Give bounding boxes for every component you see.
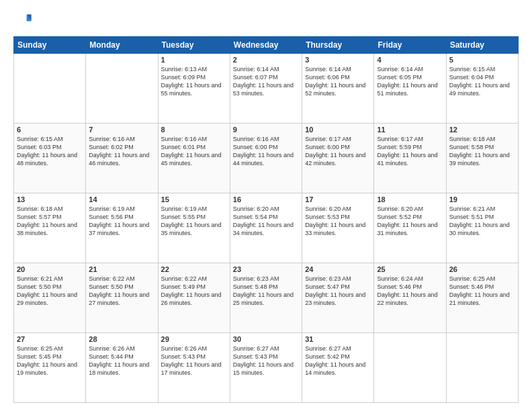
calendar-cell: 17Sunrise: 6:20 AM Sunset: 5:53 PM Dayli… [302, 193, 374, 263]
calendar-cell: 31Sunrise: 6:27 AM Sunset: 5:42 PM Dayli… [302, 333, 374, 403]
calendar-cell: 14Sunrise: 6:19 AM Sunset: 5:56 PM Dayli… [86, 193, 158, 263]
day-number: 27 [17, 335, 83, 343]
day-info: Sunrise: 6:26 AM Sunset: 5:44 PM Dayligh… [89, 345, 154, 377]
day-info: Sunrise: 6:23 AM Sunset: 5:47 PM Dayligh… [305, 275, 371, 308]
calendar: SundayMondayTuesdayWednesdayThursdayFrid… [13, 36, 519, 403]
day-number: 6 [17, 126, 83, 134]
day-info: Sunrise: 6:15 AM Sunset: 6:03 PM Dayligh… [17, 135, 83, 168]
calendar-cell: 23Sunrise: 6:23 AM Sunset: 5:48 PM Dayli… [230, 263, 302, 333]
day-info: Sunrise: 6:19 AM Sunset: 5:56 PM Dayligh… [89, 205, 154, 238]
day-info: Sunrise: 6:15 AM Sunset: 6:04 PM Dayligh… [449, 65, 515, 98]
calendar-cell: 29Sunrise: 6:26 AM Sunset: 5:43 PM Dayli… [158, 333, 230, 403]
weekday-header-monday: Monday [86, 37, 158, 54]
calendar-cell: 25Sunrise: 6:24 AM Sunset: 5:46 PM Dayli… [374, 263, 446, 333]
calendar-cell: 26Sunrise: 6:25 AM Sunset: 5:46 PM Dayli… [446, 263, 518, 333]
day-info: Sunrise: 6:22 AM Sunset: 5:49 PM Dayligh… [161, 275, 227, 308]
day-number: 31 [305, 335, 371, 343]
calendar-cell: 27Sunrise: 6:25 AM Sunset: 5:45 PM Dayli… [14, 333, 86, 403]
calendar-cell: 1Sunrise: 6:13 AM Sunset: 6:09 PM Daylig… [158, 54, 230, 124]
day-number: 4 [377, 56, 443, 64]
day-info: Sunrise: 6:14 AM Sunset: 6:07 PM Dayligh… [233, 65, 299, 98]
weekday-header-thursday: Thursday [302, 37, 374, 54]
page: SundayMondayTuesdayWednesdayThursdayFrid… [0, 0, 532, 411]
day-number: 9 [233, 126, 299, 134]
calendar-cell: 7Sunrise: 6:16 AM Sunset: 6:02 PM Daylig… [86, 124, 158, 193]
day-number: 8 [161, 126, 227, 134]
day-number: 28 [89, 335, 154, 343]
day-number: 3 [305, 56, 371, 64]
day-info: Sunrise: 6:20 AM Sunset: 5:54 PM Dayligh… [233, 205, 299, 238]
day-info: Sunrise: 6:14 AM Sunset: 6:06 PM Dayligh… [305, 65, 371, 98]
day-number: 25 [377, 265, 443, 273]
day-number: 16 [233, 195, 299, 203]
weekday-header-row: SundayMondayTuesdayWednesdayThursdayFrid… [14, 37, 519, 54]
header [13, 11, 519, 30]
day-info: Sunrise: 6:17 AM Sunset: 5:59 PM Dayligh… [377, 135, 443, 168]
calendar-cell: 5Sunrise: 6:15 AM Sunset: 6:04 PM Daylig… [446, 54, 518, 124]
calendar-cell: 28Sunrise: 6:26 AM Sunset: 5:44 PM Dayli… [86, 333, 158, 403]
day-number: 17 [305, 195, 371, 203]
day-number: 26 [449, 265, 515, 273]
day-info: Sunrise: 6:27 AM Sunset: 5:42 PM Dayligh… [305, 345, 371, 377]
day-number: 23 [233, 265, 299, 273]
day-info: Sunrise: 6:21 AM Sunset: 5:51 PM Dayligh… [449, 205, 515, 238]
calendar-cell: 11Sunrise: 6:17 AM Sunset: 5:59 PM Dayli… [374, 124, 446, 193]
day-info: Sunrise: 6:27 AM Sunset: 5:43 PM Dayligh… [233, 345, 299, 377]
day-number: 20 [17, 265, 83, 273]
calendar-cell: 4Sunrise: 6:14 AM Sunset: 6:05 PM Daylig… [374, 54, 446, 124]
day-number: 12 [449, 126, 515, 134]
day-number: 15 [161, 195, 227, 203]
day-number: 30 [233, 335, 299, 343]
logo [13, 11, 35, 30]
weekday-header-tuesday: Tuesday [158, 37, 230, 54]
day-number: 11 [377, 126, 443, 134]
calendar-cell [374, 333, 446, 403]
weekday-header-sunday: Sunday [14, 37, 86, 54]
calendar-cell: 10Sunrise: 6:17 AM Sunset: 6:00 PM Dayli… [302, 124, 374, 193]
day-info: Sunrise: 6:26 AM Sunset: 5:43 PM Dayligh… [161, 345, 227, 377]
week-row-1: 6Sunrise: 6:15 AM Sunset: 6:03 PM Daylig… [14, 124, 519, 193]
weekday-header-friday: Friday [374, 37, 446, 54]
day-info: Sunrise: 6:14 AM Sunset: 6:05 PM Dayligh… [377, 65, 443, 98]
day-info: Sunrise: 6:25 AM Sunset: 5:46 PM Dayligh… [449, 275, 515, 308]
day-info: Sunrise: 6:22 AM Sunset: 5:50 PM Dayligh… [89, 275, 154, 308]
calendar-cell: 18Sunrise: 6:20 AM Sunset: 5:52 PM Dayli… [374, 193, 446, 263]
calendar-cell: 21Sunrise: 6:22 AM Sunset: 5:50 PM Dayli… [86, 263, 158, 333]
day-info: Sunrise: 6:17 AM Sunset: 6:00 PM Dayligh… [305, 135, 371, 168]
day-number: 13 [17, 195, 83, 203]
day-number: 29 [161, 335, 227, 343]
calendar-cell: 19Sunrise: 6:21 AM Sunset: 5:51 PM Dayli… [446, 193, 518, 263]
day-number: 24 [305, 265, 371, 273]
calendar-cell [86, 54, 158, 124]
day-info: Sunrise: 6:23 AM Sunset: 5:48 PM Dayligh… [233, 275, 299, 308]
day-number: 21 [89, 265, 154, 273]
calendar-cell [14, 54, 86, 124]
calendar-cell: 15Sunrise: 6:19 AM Sunset: 5:55 PM Dayli… [158, 193, 230, 263]
day-number: 1 [161, 56, 227, 64]
calendar-cell: 3Sunrise: 6:14 AM Sunset: 6:06 PM Daylig… [302, 54, 374, 124]
day-number: 18 [377, 195, 443, 203]
day-number: 2 [233, 56, 299, 64]
calendar-cell: 20Sunrise: 6:21 AM Sunset: 5:50 PM Dayli… [14, 263, 86, 333]
day-info: Sunrise: 6:21 AM Sunset: 5:50 PM Dayligh… [17, 275, 83, 308]
week-row-0: 1Sunrise: 6:13 AM Sunset: 6:09 PM Daylig… [14, 54, 519, 124]
day-number: 22 [161, 265, 227, 273]
calendar-cell: 22Sunrise: 6:22 AM Sunset: 5:49 PM Dayli… [158, 263, 230, 333]
day-number: 10 [305, 126, 371, 134]
day-info: Sunrise: 6:20 AM Sunset: 5:53 PM Dayligh… [305, 205, 371, 238]
day-info: Sunrise: 6:18 AM Sunset: 5:57 PM Dayligh… [17, 205, 83, 238]
day-info: Sunrise: 6:20 AM Sunset: 5:52 PM Dayligh… [377, 205, 443, 238]
calendar-cell: 9Sunrise: 6:16 AM Sunset: 6:00 PM Daylig… [230, 124, 302, 193]
day-info: Sunrise: 6:24 AM Sunset: 5:46 PM Dayligh… [377, 275, 443, 308]
day-info: Sunrise: 6:13 AM Sunset: 6:09 PM Dayligh… [161, 65, 227, 98]
day-number: 5 [449, 56, 515, 64]
calendar-cell: 12Sunrise: 6:18 AM Sunset: 5:58 PM Dayli… [446, 124, 518, 193]
week-row-2: 13Sunrise: 6:18 AM Sunset: 5:57 PM Dayli… [14, 193, 519, 263]
day-info: Sunrise: 6:16 AM Sunset: 6:02 PM Dayligh… [89, 135, 154, 168]
day-number: 14 [89, 195, 154, 203]
calendar-cell: 24Sunrise: 6:23 AM Sunset: 5:47 PM Dayli… [302, 263, 374, 333]
day-info: Sunrise: 6:18 AM Sunset: 5:58 PM Dayligh… [449, 135, 515, 168]
calendar-cell: 8Sunrise: 6:16 AM Sunset: 6:01 PM Daylig… [158, 124, 230, 193]
calendar-cell: 13Sunrise: 6:18 AM Sunset: 5:57 PM Dayli… [14, 193, 86, 263]
day-info: Sunrise: 6:25 AM Sunset: 5:45 PM Dayligh… [17, 345, 83, 377]
